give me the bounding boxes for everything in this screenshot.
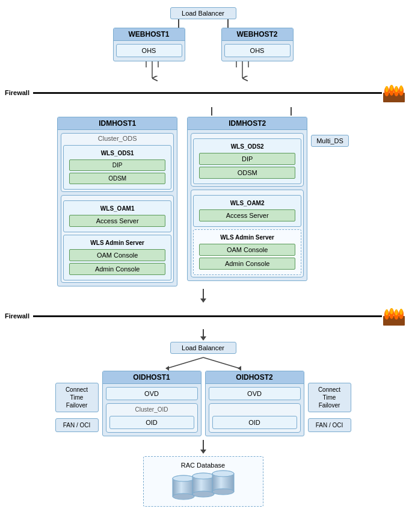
architecture-diagram: Load Balancer WEBHOST1 OHS WEBHOST2 xyxy=(0,7,406,519)
oidhost2-box: OIDHOST2 OVD Cluster_OID OID xyxy=(205,371,304,436)
oidhost2-oid: OID xyxy=(248,419,260,426)
dip1-box: DIP xyxy=(69,159,165,171)
oam-console1-box: OAM Console xyxy=(69,249,165,261)
idmhost2-box: IDMHOST2 Cluster_ODS WLS_ODS2 DIP ODSM xyxy=(187,117,307,281)
connect-time-failover-right: ConnectTime Failover xyxy=(308,383,351,412)
db-cylinder-3 xyxy=(211,469,235,496)
svg-point-41 xyxy=(212,471,234,477)
wls-admin2-box: WLS Admin Server OAM Console Admin Conso… xyxy=(193,229,301,275)
fan-oci-left-label: FAN / OCI xyxy=(63,422,91,428)
firewall-bottom-icon xyxy=(382,305,406,327)
wls-oam1-box: WLS_OAM1 Access Server xyxy=(63,200,171,232)
webhost2-ohs: OHS xyxy=(250,47,265,54)
firewall-top-icon xyxy=(382,82,406,104)
load-balancer-top: Load Balancer xyxy=(170,7,236,19)
svg-point-21 xyxy=(390,308,393,314)
oidhost1-ovd-box: OVD xyxy=(106,387,198,400)
webhost1-box: WEBHOST1 OHS xyxy=(113,28,185,61)
odsm1-box: ODSM xyxy=(69,173,165,184)
idmhost2-label: IDMHOST2 xyxy=(188,117,307,130)
oidhost2-ovd-box: OVD xyxy=(209,387,301,400)
rac-database-label: RAC Database xyxy=(150,462,257,469)
svg-point-16 xyxy=(400,85,403,91)
webhost2-label: WEBHOST2 xyxy=(222,28,293,41)
svg-point-25 xyxy=(400,309,403,315)
oidhost1-box: OIDHOST1 OVD Cluster_OID OID xyxy=(102,371,201,436)
wls-admin1-label: WLS Admin Server xyxy=(67,238,168,247)
cluster-oid2-box: Cluster_OID OID xyxy=(209,403,301,433)
fan-oci-right-label: FAN / OCI xyxy=(316,422,343,428)
connect-time-failover-left: ConnectTime Failover xyxy=(55,383,99,412)
idmhost1-box: IDMHOST1 Cluster_ODS WLS_ODS1 DIP ODSM C… xyxy=(57,117,177,286)
svg-point-10 xyxy=(386,86,389,92)
access-server2-box: Access Server xyxy=(199,209,295,221)
connect-failover-right-label: ConnectTime Failover xyxy=(318,386,340,409)
svg-point-40 xyxy=(212,489,234,495)
svg-marker-28 xyxy=(165,366,169,371)
multi-ds-box: Multi_DS xyxy=(311,135,349,147)
svg-point-23 xyxy=(395,309,398,315)
cluster-oid-box: Cluster_OID OID xyxy=(106,403,198,433)
firewall-bottom-label: Firewall xyxy=(5,312,29,320)
rac-database-box: RAC Database xyxy=(143,456,263,507)
oidhost1-ovd: OVD xyxy=(144,390,159,397)
wls-admin2-label: WLS Admin Server xyxy=(197,233,298,242)
webhost1-ohs: OHS xyxy=(142,47,156,54)
idmhost1-label: IDMHOST1 xyxy=(58,117,177,130)
svg-point-12 xyxy=(390,85,393,91)
fan-oci-right: FAN / OCI xyxy=(308,418,351,432)
wls-admin1-box: WLS Admin Server OAM Console Admin Conso… xyxy=(63,235,171,280)
oid1-box: OID xyxy=(109,416,194,429)
odsm2-box: ODSM xyxy=(199,167,295,179)
svg-point-19 xyxy=(386,309,389,315)
oidhost1-oid: OID xyxy=(146,419,158,426)
firewall-top: Firewall xyxy=(0,82,406,104)
admin-console1-box: Admin Console xyxy=(69,263,165,275)
oam-console2-box: OAM Console xyxy=(199,244,295,256)
webhost2-box: WEBHOST2 OHS xyxy=(221,28,294,61)
oidhost2-label: OIDHOST2 xyxy=(206,371,304,384)
connect-failover-left-label: ConnectTime Failover xyxy=(66,386,88,409)
firewall-bottom: Firewall xyxy=(0,305,406,327)
access-server1-box: Access Server xyxy=(69,215,165,227)
admin-console2-box: Admin Console xyxy=(199,258,295,270)
wls-oam1-label: WLS_OAM1 xyxy=(67,204,168,213)
svg-line-26 xyxy=(167,357,203,368)
wls-ods1-box: WLS_ODS1 DIP ODSM xyxy=(63,145,171,190)
wls-oam2-box: WLS_OAM2 Access Server xyxy=(193,195,301,227)
cluster-oam-left: Cluster_OAM WLS_OAM1 Access Server WLS A… xyxy=(61,195,174,283)
oidhost1-label: OIDHOST1 xyxy=(103,371,201,384)
cluster-oam-right: Cluster_OAM WLS_OAM2 Access Server WLS A… xyxy=(191,190,304,277)
cluster-ods-right: Cluster_ODS WLS_ODS2 DIP ODSM xyxy=(191,133,304,187)
svg-marker-29 xyxy=(238,366,241,371)
firewall-top-label: Firewall xyxy=(5,89,29,96)
wls-ods2-box: WLS_ODS2 DIP ODSM xyxy=(193,138,301,184)
cluster-ods-left: Cluster_ODS WLS_ODS1 DIP ODSM xyxy=(61,133,174,192)
svg-line-27 xyxy=(203,357,239,368)
oid2-box: OID xyxy=(212,416,297,429)
dip2-box: DIP xyxy=(199,153,295,165)
wls-ods2-label: WLS_ODS2 xyxy=(197,142,298,151)
load-balancer-bottom: Load Balancer xyxy=(170,342,236,354)
fan-oci-left: FAN / OCI xyxy=(55,418,99,432)
wls-oam2-label: WLS_OAM2 xyxy=(197,199,298,208)
svg-point-14 xyxy=(395,86,398,92)
oidhost2-ovd: OVD xyxy=(247,390,262,397)
wls-ods1-label: WLS_ODS1 xyxy=(67,149,168,158)
webhost1-label: WEBHOST1 xyxy=(114,28,185,41)
